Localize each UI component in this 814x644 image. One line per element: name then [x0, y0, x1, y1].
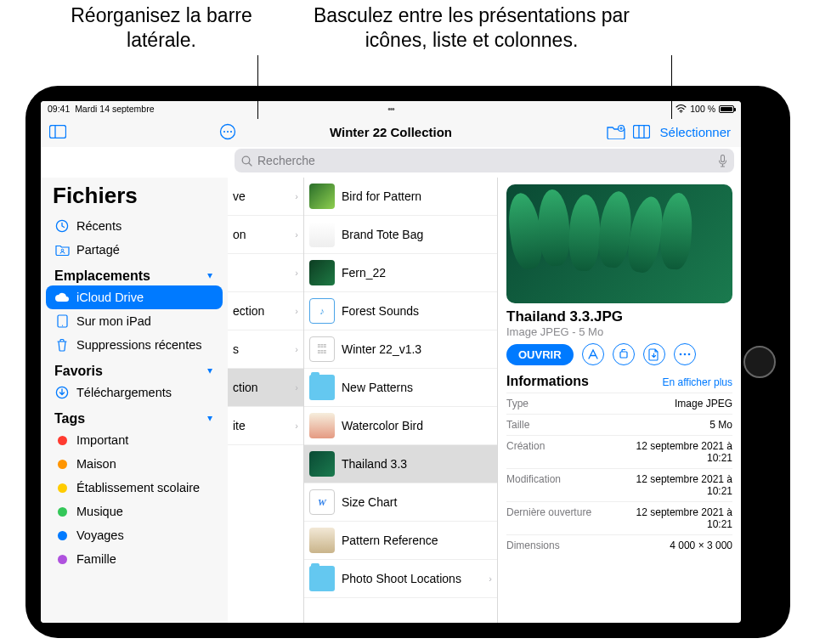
column-2-item[interactable]: New Patterns [304, 369, 497, 407]
chevron-down-icon: ▲ [206, 415, 214, 424]
svg-point-5 [227, 131, 229, 133]
view-mode-icon[interactable] [630, 120, 653, 144]
svg-line-14 [249, 163, 252, 166]
sidebar-item-label: Téléchargements [76, 386, 172, 399]
svg-point-6 [230, 131, 232, 133]
clock-icon [54, 219, 70, 233]
sidebar-item-trash[interactable]: Suppressions récentes [46, 333, 223, 357]
search-bar[interactable]: Recherche [235, 149, 734, 172]
column-2-item[interactable]: Watercolor Bird [304, 407, 497, 445]
status-time: 09:41 [48, 104, 70, 114]
audio-file-icon: ♪ [309, 298, 335, 324]
column-1-item[interactable]: on› [228, 216, 303, 254]
svg-point-22 [679, 353, 681, 356]
sidebar-item-downloads[interactable]: Téléchargements [46, 381, 223, 404]
sidebar-item-label: Sur mon iPad [76, 314, 151, 328]
column-1-item[interactable]: ve› [228, 178, 303, 216]
multitask-dots-icon[interactable] [387, 104, 394, 114]
column-2-item[interactable]: Thailand 3.3 [304, 445, 497, 483]
info-header: Informations En afficher plus [506, 374, 732, 389]
column-2-item[interactable]: ♪Forest Sounds [304, 292, 497, 330]
image-thumbnail-icon [309, 413, 335, 438]
sidebar-tag-item[interactable]: Voyages [46, 523, 223, 547]
tag-label: Maison [76, 457, 116, 471]
column-1: ve›on››ection›s›ction›ite› [228, 178, 304, 623]
sidebar-item-on-ipad[interactable]: Sur mon iPad [46, 309, 223, 333]
preview-subtitle: Image JPEG - 5 Mo [506, 325, 732, 338]
column-1-item[interactable]: › [228, 254, 303, 292]
column-2-item[interactable]: Brand Tote Bag [304, 216, 497, 254]
svg-point-23 [683, 353, 686, 356]
image-thumbnail-icon [309, 222, 335, 247]
info-title: Informations [506, 374, 589, 389]
column-2-item[interactable]: Fern_22 [304, 254, 497, 292]
info-key: Type [506, 398, 529, 410]
item-label: Size Chart [342, 495, 397, 509]
column-2-item[interactable]: WSize Chart [304, 483, 497, 522]
sidebar-section-favorites[interactable]: Favoris ▲ [46, 357, 223, 381]
item-label: Photo Shoot Locations [342, 572, 461, 585]
page-title: Winter 22 Collection [330, 125, 452, 139]
sidebar-more-icon[interactable] [216, 120, 240, 144]
column-2-item[interactable]: Bird for Pattern [304, 178, 497, 216]
download-icon [54, 386, 70, 399]
preview-pane: Thailand 3.3.JPG Image JPEG - 5 Mo OUVRI… [498, 178, 741, 623]
svg-rect-10 [633, 126, 649, 138]
wifi-icon [676, 105, 687, 113]
info-key: Dernière ouverture [506, 506, 591, 530]
sidebar-tag-item[interactable]: Maison [46, 452, 223, 476]
sidebar-tag-item[interactable]: Musique [46, 500, 223, 523]
column-2-item[interactable]: Pattern Reference [304, 522, 497, 560]
section-label: Tags [54, 411, 85, 427]
folder-icon [309, 566, 335, 591]
status-bar: 09:41 Mardi 14 septembre 100 % [41, 101, 741, 116]
sidebar-section-tags[interactable]: Tags ▲ [46, 404, 223, 428]
item-label-partial: on [233, 228, 246, 241]
sidebar-section-locations[interactable]: Emplacements ▲ [46, 262, 223, 285]
rotate-icon[interactable] [613, 343, 635, 365]
convert-icon[interactable] [643, 343, 665, 365]
sidebar-item-label: Récents [76, 219, 122, 233]
more-actions-icon[interactable] [674, 343, 696, 365]
item-label: Bird for Pattern [342, 189, 421, 203]
sidebar-item-shared[interactable]: Partagé [46, 238, 223, 262]
mic-icon[interactable] [718, 155, 727, 167]
item-label-partial: s [233, 342, 239, 356]
sidebar-tag-item[interactable]: Famille [46, 547, 223, 571]
open-button[interactable]: OUVRIR [506, 344, 574, 365]
svg-rect-15 [721, 155, 725, 161]
item-label-partial: ite [233, 419, 246, 432]
sidebar-item-label: Suppressions récentes [76, 338, 202, 352]
column-1-item[interactable]: ection› [228, 292, 303, 330]
image-thumbnail-icon [309, 260, 335, 285]
info-row: Création12 septembre 2021 à 10:21 [506, 435, 732, 468]
tag-label: Important [76, 433, 128, 447]
info-show-more[interactable]: En afficher plus [663, 376, 733, 388]
item-label-partial: ve [233, 189, 246, 203]
new-folder-icon[interactable] [604, 120, 628, 144]
toggle-sidebar-icon[interactable] [46, 120, 70, 144]
sidebar-tag-item[interactable]: Important [46, 428, 223, 452]
column-2-item[interactable]: Photo Shoot Locations› [304, 560, 497, 598]
callout-left: Réorganisez la barre latérale. [64, 3, 259, 53]
column-1-item[interactable]: s› [228, 330, 303, 369]
svg-point-0 [681, 111, 682, 113]
select-button[interactable]: Sélectionner [655, 125, 736, 139]
tag-dot-icon [54, 460, 70, 469]
preview-thumbnail[interactable] [506, 184, 732, 303]
sidebar-item-label: Partagé [76, 243, 120, 257]
battery-icon [719, 105, 734, 113]
column-1-item[interactable]: ite› [228, 407, 303, 445]
home-button[interactable] [743, 346, 776, 378]
info-row: TypeImage JPEG [506, 393, 732, 414]
sidebar-item-recents[interactable]: Récents [46, 214, 223, 238]
column-2: Bird for PatternBrand Tote BagFern_22♪Fo… [304, 178, 498, 623]
info-key: Création [506, 440, 545, 464]
column-1-item[interactable]: ction› [228, 369, 303, 407]
column-2-item[interactable]: ≡≡≡≡≡≡Winter 22_v1.3 [304, 330, 497, 369]
chevron-right-icon: › [295, 229, 298, 240]
sidebar-tag-item[interactable]: Établissement scolaire [46, 476, 223, 500]
markup-icon[interactable] [582, 343, 604, 365]
sidebar-item-icloud[interactable]: iCloud Drive [46, 285, 223, 309]
info-value: Image JPEG [675, 398, 732, 410]
